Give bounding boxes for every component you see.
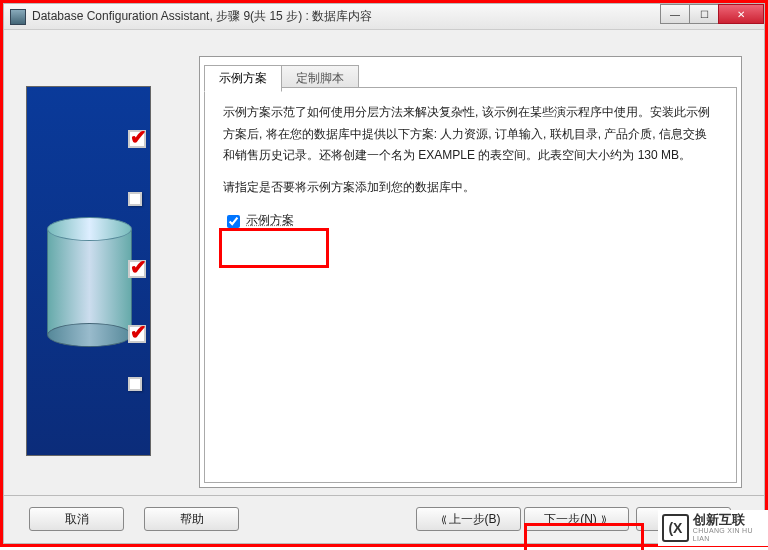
- watermark-cn: 创新互联: [693, 513, 768, 527]
- help-button[interactable]: 帮助: [144, 507, 239, 531]
- titlebar: Database Configuration Assistant, 步骤 9(共…: [4, 4, 764, 30]
- database-cylinder-icon: [47, 217, 132, 347]
- cancel-button[interactable]: 取消: [29, 507, 124, 531]
- dialog-window: Database Configuration Assistant, 步骤 9(共…: [3, 3, 765, 544]
- step-indicator-1: [128, 127, 148, 147]
- app-icon: [10, 9, 26, 25]
- watermark-logo-icon: (X: [662, 514, 689, 542]
- description-text: 示例方案示范了如何使用分层方法来解决复杂性, 该示例在某些演示程序中使用。安装此…: [223, 102, 718, 167]
- cancel-button-label: 取消: [65, 511, 89, 528]
- button-bar: 取消 帮助 ⟨⟨ 上一步(B) 下一步(N) ⟩⟩ 完成(F): [4, 495, 764, 543]
- step-indicator-4: [128, 322, 148, 342]
- sample-schemas-checkbox[interactable]: [227, 215, 240, 228]
- client-area: 示例方案 定制脚本 示例方案示范了如何使用分层方法来解决复杂性, 该示例在某些演…: [4, 31, 764, 543]
- watermark-text: 创新互联 CHUANG XIN HU LIAN: [693, 513, 768, 543]
- tab-sample-schemas[interactable]: 示例方案: [204, 65, 282, 92]
- main-content-panel: 示例方案 定制脚本 示例方案示范了如何使用分层方法来解决复杂性, 该示例在某些演…: [199, 56, 742, 488]
- step-indicator-2: [128, 192, 148, 212]
- maximize-button[interactable]: ☐: [689, 4, 719, 24]
- instruction-text: 请指定是否要将示例方案添加到您的数据库中。: [223, 177, 718, 199]
- next-button[interactable]: 下一步(N) ⟩⟩: [524, 507, 629, 531]
- minimize-button[interactable]: —: [660, 4, 690, 24]
- watermark-en: CHUANG XIN HU LIAN: [693, 527, 768, 542]
- wizard-sidebar: [26, 86, 151, 456]
- help-button-label: 帮助: [180, 511, 204, 528]
- step-indicator-5: [128, 377, 148, 397]
- watermark: (X 创新互联 CHUANG XIN HU LIAN: [658, 510, 768, 546]
- sample-schemas-checkbox-label[interactable]: 示例方案: [246, 210, 294, 232]
- close-button[interactable]: ✕: [718, 4, 764, 24]
- chevron-left-icon: ⟨⟨: [441, 514, 445, 525]
- back-button[interactable]: ⟨⟨ 上一步(B): [416, 507, 521, 531]
- back-button-label: 上一步(B): [449, 511, 501, 528]
- next-button-label: 下一步(N): [544, 511, 597, 528]
- window-title: Database Configuration Assistant, 步骤 9(共…: [32, 8, 372, 25]
- sample-schemas-checkbox-row: 示例方案: [223, 210, 718, 232]
- chevron-right-icon: ⟩⟩: [601, 514, 605, 525]
- tab-content: 示例方案示范了如何使用分层方法来解决复杂性, 该示例在某些演示程序中使用。安装此…: [204, 87, 737, 483]
- step-indicator-3: [128, 257, 148, 277]
- window-controls: — ☐ ✕: [661, 4, 764, 24]
